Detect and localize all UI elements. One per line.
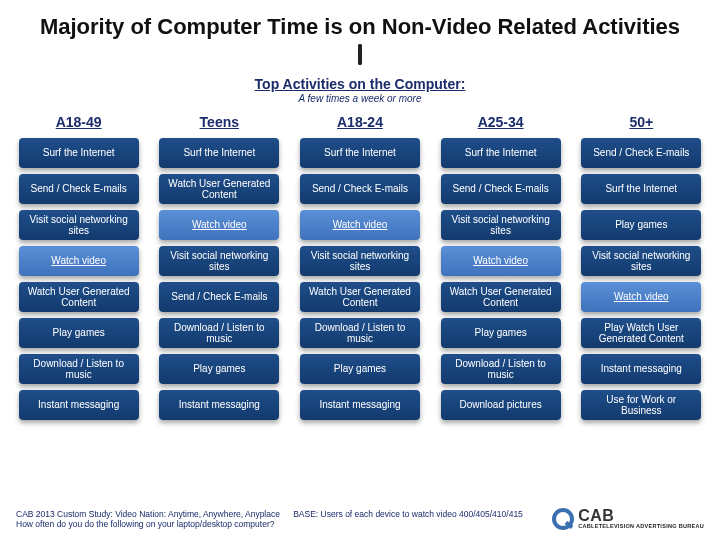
- activity-column: TeensSurf the InternetWatch User Generat…: [155, 114, 283, 426]
- activity-pill-highlight: Watch video: [159, 210, 279, 240]
- activity-pill: Play games: [441, 318, 561, 348]
- activity-pill-highlight: Watch video: [300, 210, 420, 240]
- column-header: A18-49: [56, 114, 102, 132]
- activity-pill: Surf the Internet: [300, 138, 420, 168]
- columns-container: A18-49Surf the InternetSend / Check E-ma…: [0, 104, 720, 426]
- activity-pill: Send / Check E-mails: [300, 174, 420, 204]
- activity-pill: Watch User Generated Content: [19, 282, 139, 312]
- column-header: Teens: [200, 114, 239, 132]
- activity-pill: Visit social networking sites: [19, 210, 139, 240]
- activity-pill: Surf the Internet: [19, 138, 139, 168]
- activity-pill: Visit social networking sites: [441, 210, 561, 240]
- activity-column: A18-49Surf the InternetSend / Check E-ma…: [15, 114, 143, 426]
- column-header: A25-34: [478, 114, 524, 132]
- activity-pill: Download / Listen to music: [300, 318, 420, 348]
- activity-pill: Watch User Generated Content: [300, 282, 420, 312]
- subtitle: Top Activities on the Computer:: [0, 76, 720, 92]
- page-title: Majority of Computer Time is on Non-Vide…: [0, 0, 720, 48]
- activity-pill: Play games: [19, 318, 139, 348]
- cab-logo: CAB CABLETELEVISION ADVERTISING BUREAU: [552, 508, 704, 530]
- activity-pill: Play games: [581, 210, 701, 240]
- activity-pill: Send / Check E-mails: [19, 174, 139, 204]
- activity-pill: Send / Check E-mails: [581, 138, 701, 168]
- activity-pill: Watch User Generated Content: [441, 282, 561, 312]
- subtitle-note: A few times a week or more: [0, 93, 720, 104]
- cab-logo-tagline: CABLETELEVISION ADVERTISING BUREAU: [578, 524, 704, 530]
- cab-logo-icon: [552, 508, 574, 530]
- column-header: 50+: [629, 114, 653, 132]
- activity-pill: Download / Listen to music: [159, 318, 279, 348]
- activity-pill: Use for Work or Business: [581, 390, 701, 420]
- activity-pill: Instant messaging: [300, 390, 420, 420]
- activity-column: A25-34Surf the InternetSend / Check E-ma…: [437, 114, 565, 426]
- activity-pill: Instant messaging: [19, 390, 139, 420]
- activity-pill: Visit social networking sites: [581, 246, 701, 276]
- activity-pill-highlight: Watch video: [19, 246, 139, 276]
- activity-column: A18-24Surf the InternetSend / Check E-ma…: [296, 114, 424, 426]
- activity-pill: Surf the Internet: [441, 138, 561, 168]
- activity-pill: Send / Check E-mails: [441, 174, 561, 204]
- activity-pill: Play games: [159, 354, 279, 384]
- footer: CAB 2013 Custom Study: Video Nation: Any…: [16, 508, 704, 530]
- footnote-text: CAB 2013 Custom Study: Video Nation: Any…: [16, 509, 540, 530]
- activity-pill: Download / Listen to music: [19, 354, 139, 384]
- activity-pill: Instant messaging: [159, 390, 279, 420]
- column-header: A18-24: [337, 114, 383, 132]
- activity-pill-highlight: Watch video: [441, 246, 561, 276]
- activity-pill: Surf the Internet: [159, 138, 279, 168]
- activity-pill: Surf the Internet: [581, 174, 701, 204]
- activity-pill: Watch User Generated Content: [159, 174, 279, 204]
- cab-logo-text: CAB: [578, 508, 704, 524]
- activity-pill: Instant messaging: [581, 354, 701, 384]
- laptop-icon-wrap: [0, 46, 720, 74]
- activity-pill: Send / Check E-mails: [159, 282, 279, 312]
- laptop-icon: [337, 46, 383, 74]
- activity-pill: Visit social networking sites: [300, 246, 420, 276]
- activity-column: 50+Send / Check E-mailsSurf the Internet…: [577, 114, 705, 426]
- activity-pill-highlight: Watch video: [581, 282, 701, 312]
- activity-pill: Play Watch User Generated Content: [581, 318, 701, 348]
- activity-pill: Play games: [300, 354, 420, 384]
- activity-pill: Download / Listen to music: [441, 354, 561, 384]
- activity-pill: Visit social networking sites: [159, 246, 279, 276]
- activity-pill: Download pictures: [441, 390, 561, 420]
